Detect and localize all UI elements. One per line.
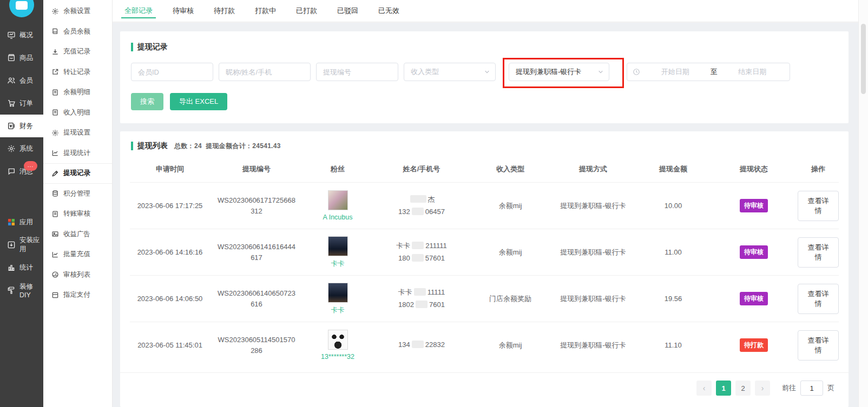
status-tab-bar: 全部记录 待审核 待打款 打款中 已打款 已驳回 已无效 xyxy=(113,0,858,22)
secondary-sidebar: 余额设置 会员余额 充值记录 转让记录 余额明细 收入明细 提现设置 提现统计 xyxy=(43,0,113,407)
withdraw-amount: 11.10 xyxy=(636,341,710,349)
withdraw-no-input[interactable] xyxy=(316,63,398,81)
fan-nickname-link[interactable]: 卡卡 xyxy=(331,306,345,315)
sidebar-item-members[interactable]: 会员 xyxy=(0,69,43,92)
withdraw-method: 提现到兼职猫-银行卡 xyxy=(550,341,636,350)
pen-icon xyxy=(51,170,59,177)
filter-actions: 搜索 导出 EXCEL xyxy=(131,93,838,110)
prev-page-button[interactable]: ‹ xyxy=(696,381,712,396)
download-icon xyxy=(51,48,59,56)
fan-nickname-link[interactable]: 13*******32 xyxy=(321,353,354,361)
search-button[interactable]: 搜索 xyxy=(131,93,163,110)
tab-pending-review[interactable]: 待审核 xyxy=(173,0,194,22)
scrollbar-thumb[interactable] xyxy=(861,24,866,94)
withdraw-method-select[interactable]: 提现到兼职猫-银行卡 xyxy=(509,63,609,81)
table-row: 2023-06-05 11:45:01 WS202306051145015702… xyxy=(130,322,839,368)
nickname-input[interactable] xyxy=(219,63,311,81)
redacted-text xyxy=(412,208,424,215)
submenu-item-batch-recharge[interactable]: 批量充值 xyxy=(43,244,112,265)
submenu-item-recharge-records[interactable]: 充值记录 xyxy=(43,42,112,62)
submenu-item-balance-detail[interactable]: 余额明细 xyxy=(43,82,112,103)
book-icon xyxy=(51,28,59,35)
gauge-icon xyxy=(51,271,59,278)
table-header-row: 申请时间 提现编号 粉丝 姓名/手机号 收入类型 提现方式 提现金额 提现状态 … xyxy=(130,156,839,182)
tab-pending-payment[interactable]: 待打款 xyxy=(214,0,235,22)
submenu-item-review-list[interactable]: 审核列表 xyxy=(43,265,112,285)
next-page-button[interactable]: › xyxy=(755,381,770,396)
view-details-button[interactable]: 查看详情 xyxy=(798,284,839,314)
sidebar-item-finance[interactable]: 财务 xyxy=(0,115,43,137)
income-type-select[interactable]: 收入类型 xyxy=(404,63,496,81)
apply-time: 2023-06-06 17:17:25 xyxy=(130,202,210,210)
minus-square-icon xyxy=(51,291,59,299)
status-badge: 待打款 xyxy=(740,338,768,352)
sidebar-item-goods[interactable]: 商品 xyxy=(0,46,43,69)
tab-invalid[interactable]: 已无效 xyxy=(378,0,399,22)
gear-icon xyxy=(51,129,59,137)
tab-paid[interactable]: 已打款 xyxy=(296,0,317,22)
submenu-item-withdraw-settings[interactable]: 提现设置 xyxy=(43,123,112,143)
submenu-item-points-management[interactable]: 积分管理 xyxy=(43,184,112,204)
orders-icon xyxy=(7,99,16,108)
app-window: 概况 商品 会员 订单 财务 系统 消息 ... 应 xyxy=(0,0,868,407)
view-details-button[interactable]: 查看详情 xyxy=(798,330,839,361)
sidebar-item-install-app[interactable]: 安装应用 xyxy=(0,233,43,256)
filter-section-title: 提现记录 xyxy=(137,42,168,52)
messages-icon xyxy=(7,167,16,176)
withdraw-no: WS20230606171725668312 xyxy=(210,195,303,216)
apps-icon xyxy=(7,218,16,226)
gear-icon xyxy=(51,8,59,15)
page-button-2[interactable]: 2 xyxy=(735,381,751,396)
sidebar-item-system[interactable]: 系统 xyxy=(0,137,43,160)
submenu-item-transfer-records[interactable]: 转让记录 xyxy=(43,62,112,83)
goto-label: 前往 xyxy=(782,383,796,393)
withdraw-table: 申请时间 提现编号 粉丝 姓名/手机号 收入类型 提现方式 提现金额 提现状态 … xyxy=(120,156,849,368)
tab-rejected[interactable]: 已驳回 xyxy=(337,0,358,22)
submenu-item-balance-settings[interactable]: 余额设置 xyxy=(43,1,112,22)
fan-nickname-link[interactable]: 卡卡 xyxy=(331,259,345,269)
submenu-item-withdraw-records[interactable]: 提现记录 xyxy=(43,163,112,184)
page-body: 提现记录 收入类型 提现到兼职猫-银行卡 xyxy=(113,22,858,407)
fan-cell: A Incubus xyxy=(303,190,372,221)
vertical-scrollbar[interactable] xyxy=(858,0,868,407)
apply-time: 2023-06-05 11:45:01 xyxy=(130,341,210,349)
submenu-item-withdraw-stats[interactable]: 提现统计 xyxy=(43,143,112,164)
withdraw-method: 提现到兼职猫-银行卡 xyxy=(550,248,636,257)
withdraw-method-select-wrapper: 提现到兼职猫-银行卡 xyxy=(509,63,609,81)
income-type: 余额mij xyxy=(471,201,550,211)
submenu-item-designated-payment[interactable]: 指定支付 xyxy=(43,285,112,305)
redacted-text xyxy=(412,341,424,348)
decorate-diy-icon xyxy=(7,286,16,295)
sidebar-item-overview[interactable]: 概况 xyxy=(0,24,43,46)
export-excel-button[interactable]: 导出 EXCEL xyxy=(170,93,227,110)
submenu-item-transfer-review[interactable]: 转账审核 xyxy=(43,204,112,224)
avatar xyxy=(328,330,348,350)
submenu-item-member-balance[interactable]: 会员余额 xyxy=(43,22,112,42)
image-icon xyxy=(51,230,59,238)
name-phone-cell: 卡卡11111 18027601 xyxy=(372,286,471,310)
fan-nickname-link[interactable]: A Incubus xyxy=(323,213,353,221)
view-details-button[interactable]: 查看详情 xyxy=(798,191,839,221)
redacted-text xyxy=(414,288,426,296)
date-range-picker[interactable]: 开始日期 至 结束日期 xyxy=(627,63,790,81)
list-section-header: 提现列表 总数：24 提现金额合计：24541.43 xyxy=(120,141,849,151)
sidebar-item-orders[interactable]: 订单 xyxy=(0,92,43,115)
member-id-input[interactable] xyxy=(131,63,213,81)
sidebar-item-decorate-diy[interactable]: 装修DIY xyxy=(0,279,43,302)
page-button-1[interactable]: 1 xyxy=(716,381,731,396)
sidebar-item-apps[interactable]: 应用 xyxy=(0,211,43,233)
submenu-item-income-detail[interactable]: 收入明细 xyxy=(43,103,112,123)
withdraw-method: 提现到兼职猫-银行卡 xyxy=(550,201,636,211)
table-row: 2023-06-06 14:06:50 WS202306061406507236… xyxy=(130,275,839,322)
tab-paying[interactable]: 打款中 xyxy=(255,0,276,22)
statistics-icon xyxy=(7,263,16,272)
sidebar-item-messages[interactable]: 消息 ... xyxy=(0,160,43,183)
main-content: 全部记录 待审核 待打款 打款中 已打款 已驳回 已无效 提现记录 xyxy=(113,0,858,407)
chevron-down-icon xyxy=(484,69,490,75)
goto-page-input[interactable] xyxy=(800,381,823,396)
tab-all-records[interactable]: 全部记录 xyxy=(124,0,153,22)
view-details-button[interactable]: 查看详情 xyxy=(798,237,839,268)
goto-page-control: 前往 页 xyxy=(782,381,834,396)
sidebar-item-statistics[interactable]: 统计 xyxy=(0,256,43,279)
submenu-item-revenue-ads[interactable]: 收益广告 xyxy=(43,224,112,245)
